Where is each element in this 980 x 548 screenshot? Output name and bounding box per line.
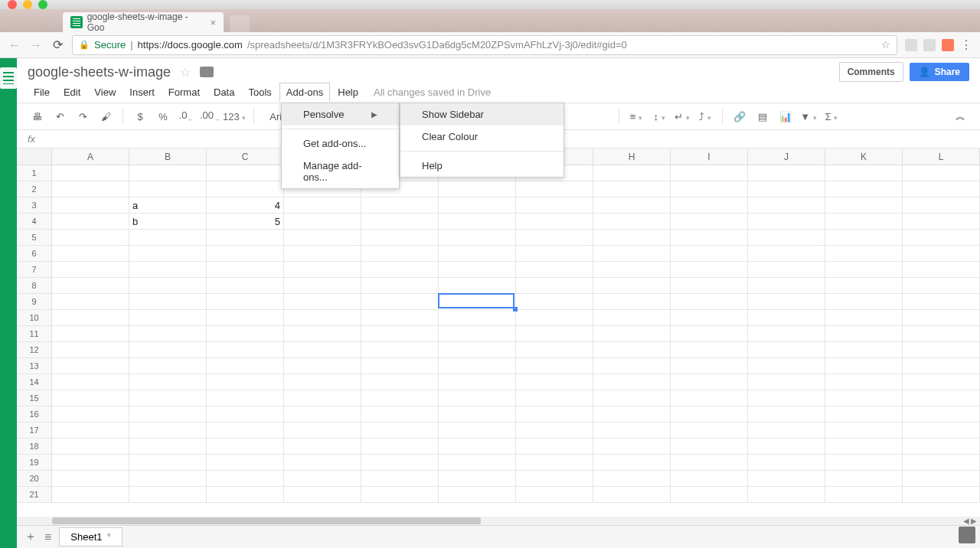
cell[interactable] <box>671 310 748 326</box>
cell[interactable] <box>284 214 361 230</box>
cell[interactable] <box>361 406 439 422</box>
row-header[interactable]: 5 <box>17 230 52 246</box>
cell[interactable] <box>516 246 593 262</box>
cell[interactable] <box>671 487 748 503</box>
forward-button[interactable]: → <box>29 38 43 52</box>
cell[interactable] <box>361 278 439 294</box>
cell[interactable] <box>593 422 671 439</box>
cell[interactable] <box>361 471 439 487</box>
cell[interactable] <box>361 262 439 278</box>
sheet-tab[interactable]: Sheet1 ▾ <box>59 527 122 546</box>
cell[interactable] <box>129 310 207 326</box>
traffic-close[interactable] <box>8 0 17 9</box>
cell[interactable] <box>825 326 903 342</box>
cell[interactable] <box>903 358 980 374</box>
cell[interactable] <box>671 197 748 214</box>
cell[interactable]: a <box>129 197 207 214</box>
comments-button[interactable]: Comments <box>839 62 903 82</box>
cell[interactable] <box>748 326 825 342</box>
cell[interactable] <box>825 439 903 455</box>
cell[interactable] <box>671 294 748 310</box>
cell[interactable] <box>671 374 748 390</box>
cell[interactable] <box>593 230 671 246</box>
cell[interactable] <box>284 358 361 374</box>
cell[interactable] <box>671 246 748 262</box>
cell[interactable] <box>439 181 516 197</box>
cell[interactable]: 5 <box>207 214 284 230</box>
col-header[interactable]: L <box>903 148 980 165</box>
cell[interactable] <box>439 262 516 278</box>
cell[interactable] <box>516 294 593 310</box>
pensolve-help-item[interactable]: Help <box>400 155 564 177</box>
cell[interactable] <box>593 181 671 197</box>
row-header[interactable]: 9 <box>17 294 52 310</box>
cell[interactable] <box>903 455 980 471</box>
cell[interactable] <box>748 294 825 310</box>
cell[interactable] <box>207 406 284 422</box>
cell[interactable] <box>129 181 207 197</box>
cell[interactable] <box>284 422 361 439</box>
cell[interactable] <box>903 230 980 246</box>
cell[interactable] <box>361 374 439 390</box>
cell[interactable] <box>207 230 284 246</box>
cell[interactable] <box>439 455 516 471</box>
cell[interactable] <box>207 165 284 181</box>
cell[interactable] <box>903 294 980 310</box>
chrome-menu-icon[interactable]: ⋮ <box>960 38 972 52</box>
cell[interactable] <box>129 439 207 455</box>
sheet-tab-menu-icon[interactable]: ▾ <box>107 531 111 543</box>
cell[interactable] <box>207 390 284 406</box>
cell[interactable] <box>439 326 516 342</box>
grid-rows[interactable]: 123a44b556789101112131415161718192021 <box>17 165 980 503</box>
menu-data[interactable]: Data <box>207 83 240 101</box>
hubspot-ext-icon[interactable] <box>942 39 954 51</box>
cell[interactable] <box>903 406 980 422</box>
cell[interactable] <box>748 455 825 471</box>
cell[interactable] <box>593 262 671 278</box>
cell[interactable] <box>207 342 284 358</box>
cell[interactable] <box>825 487 903 503</box>
cell[interactable] <box>593 294 671 310</box>
cell[interactable] <box>207 310 284 326</box>
cell[interactable] <box>207 487 284 503</box>
cell[interactable] <box>748 422 825 439</box>
menu-insert[interactable]: Insert <box>123 83 161 101</box>
cell[interactable] <box>129 246 207 262</box>
col-header[interactable]: A <box>52 148 129 165</box>
row-header[interactable]: 4 <box>17 214 52 230</box>
cell[interactable] <box>516 487 593 503</box>
cell[interactable] <box>748 406 825 422</box>
cell[interactable] <box>207 422 284 439</box>
reload-button[interactable]: ⟳ <box>51 38 64 52</box>
cell[interactable] <box>825 406 903 422</box>
cell[interactable] <box>593 197 671 214</box>
cell[interactable] <box>284 406 361 422</box>
cell[interactable] <box>284 294 361 310</box>
cell[interactable] <box>516 439 593 455</box>
cell[interactable] <box>593 342 671 358</box>
cell[interactable] <box>129 422 207 439</box>
cell[interactable] <box>284 278 361 294</box>
increase-decimal-button[interactable]: .00→ <box>200 109 218 123</box>
cell[interactable] <box>516 374 593 390</box>
cell[interactable] <box>825 374 903 390</box>
cell[interactable] <box>593 165 671 181</box>
cell[interactable] <box>593 406 671 422</box>
number-format-button[interactable]: 123 ▾ <box>223 111 246 122</box>
menu-addons[interactable]: Add-ons <box>279 83 330 102</box>
collapse-toolbar-icon[interactable]: ︽ <box>951 109 969 123</box>
cell[interactable] <box>129 406 207 422</box>
cell[interactable] <box>129 294 207 310</box>
col-header[interactable]: C <box>207 148 284 165</box>
col-header[interactable]: J <box>748 148 825 165</box>
cell[interactable] <box>671 471 748 487</box>
col-header[interactable]: B <box>129 148 207 165</box>
cell[interactable] <box>361 390 439 406</box>
cell[interactable] <box>52 294 129 310</box>
cell[interactable] <box>903 471 980 487</box>
menu-help[interactable]: Help <box>332 83 364 101</box>
cell[interactable] <box>284 230 361 246</box>
cell[interactable] <box>748 214 825 230</box>
cell[interactable] <box>671 262 748 278</box>
cell[interactable] <box>825 278 903 294</box>
